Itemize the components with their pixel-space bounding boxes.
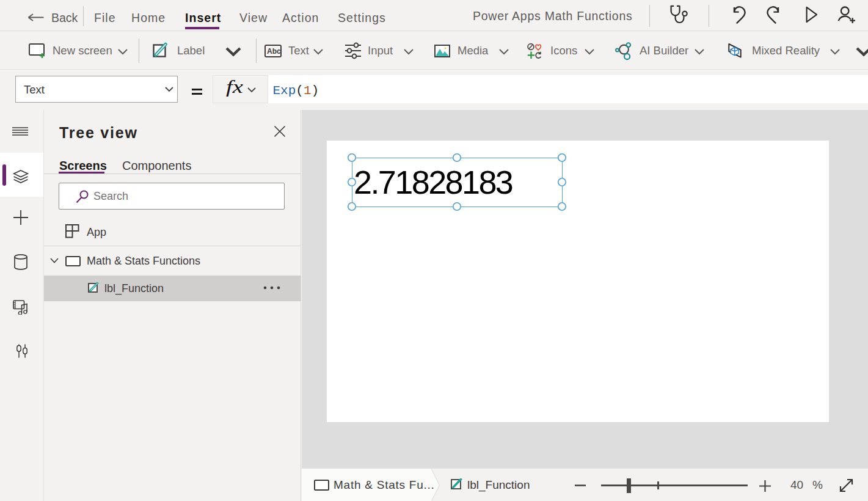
svg-text:Abc: Abc <box>267 47 281 56</box>
